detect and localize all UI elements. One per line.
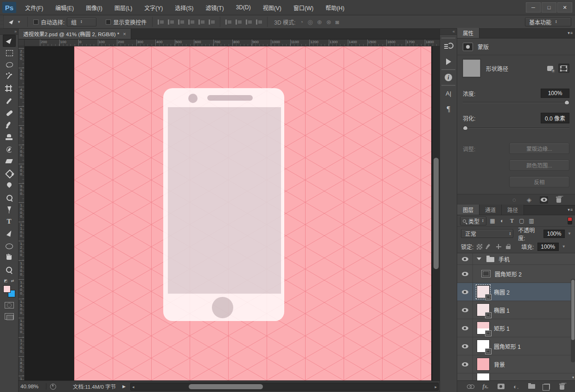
spot-healing-brush-tool[interactable] — [3, 107, 16, 119]
panel-menu-icon[interactable]: ▾≡ — [568, 31, 573, 35]
align-icon-1[interactable] — [167, 19, 174, 25]
density-slider-knob[interactable] — [564, 100, 569, 105]
lock-position-icon[interactable] — [495, 244, 502, 250]
layer-visibility-cell[interactable] — [457, 301, 473, 319]
3d-rotate-icon[interactable]: ◔ — [300, 19, 303, 26]
layer-thumbnail[interactable] — [477, 340, 490, 353]
info-panel-icon[interactable] — [443, 73, 454, 82]
layer-row-partial[interactable] — [457, 373, 575, 380]
group-expander-icon[interactable] — [477, 257, 481, 260]
align-icon-0[interactable] — [157, 19, 164, 25]
align-icon-3[interactable] — [188, 19, 195, 25]
density-slider[interactable] — [463, 100, 569, 105]
3d-drag-icon[interactable]: ⊕ — [317, 19, 322, 26]
align-icon-4[interactable] — [198, 19, 205, 25]
distribute-icon-3[interactable] — [256, 19, 262, 25]
rectangular-marquee-tool[interactable] — [3, 47, 16, 59]
lock-all-icon[interactable] — [505, 244, 511, 250]
vector-mask-thumbnail[interactable] — [481, 270, 491, 277]
menu-滤镜(T)[interactable]: 滤镜(T) — [199, 0, 230, 15]
invert-button[interactable]: 反相 — [509, 176, 569, 187]
menu-3D(D)[interactable]: 3D(D) — [230, 0, 257, 15]
document-tab[interactable]: 透视效果2.psd @ 41% (椭圆 2, RGB/8) * × — [19, 29, 131, 39]
status-flyout-arrow[interactable]: ▶ — [122, 384, 126, 389]
scroll-right-arrow[interactable]: ▸ — [434, 383, 437, 391]
menu-窗口(W)[interactable]: 窗口(W) — [288, 0, 319, 15]
visibility-eye-icon[interactable] — [462, 362, 468, 366]
mask-visibility-eye-icon[interactable] — [540, 196, 548, 204]
layer-thumbnail[interactable] — [477, 321, 490, 334]
3d-roll-icon[interactable]: ◎ — [307, 19, 313, 26]
add-layer-mask-icon[interactable] — [497, 383, 505, 390]
layer-visibility-cell[interactable] — [457, 283, 473, 301]
visibility-eye-icon[interactable] — [462, 290, 468, 294]
align-icon-2[interactable] — [178, 19, 185, 25]
layer-row-body[interactable]: 手机 — [473, 253, 575, 264]
new-adjustment-layer-icon[interactable]: ◐. — [512, 383, 520, 390]
feather-slider-knob[interactable] — [463, 126, 468, 130]
feather-value-field[interactable]: 0.0 像素 — [541, 113, 569, 123]
tab-paths[interactable]: 路径 — [502, 205, 524, 215]
layer-thumbnail[interactable] — [477, 358, 490, 371]
tab-properties[interactable]: 属性 — [457, 28, 479, 38]
layer-row-body[interactable] — [473, 373, 575, 380]
tool-preset-picker[interactable]: ▼ — [4, 18, 25, 26]
layer-thumbnail[interactable] — [477, 373, 490, 380]
color-range-button[interactable]: 颜色范围... — [509, 160, 569, 171]
distribute-icon-0[interactable] — [225, 19, 232, 25]
character-panel-icon[interactable]: A| — [443, 89, 454, 98]
layer-row-手机[interactable]: 手机 — [457, 253, 575, 265]
zoom-level-field[interactable]: 40.98% — [19, 383, 46, 390]
density-value-field[interactable]: 100% — [541, 89, 569, 98]
document-tab-close-icon[interactable]: × — [123, 31, 126, 37]
close-button[interactable]: ✕ — [557, 2, 572, 13]
filter-smart-objects-icon[interactable]: ▥ — [527, 218, 535, 224]
align-icon-5[interactable] — [208, 19, 215, 25]
layer-thumbnail[interactable] — [477, 285, 490, 298]
vertical-scrollbar-thumb[interactable] — [434, 158, 439, 269]
lasso-tool[interactable] — [3, 59, 16, 71]
new-layer-icon[interactable] — [543, 383, 551, 390]
ellipse-tool[interactable] — [3, 240, 16, 252]
layer-row-body[interactable]: 椭圆 2 — [473, 283, 575, 301]
layer-visibility-cell[interactable] — [457, 373, 473, 380]
vertical-scrollbar[interactable] — [432, 46, 440, 380]
layer-visibility-cell[interactable] — [457, 355, 473, 373]
layer-row-body[interactable]: 矩形 1 — [473, 319, 575, 337]
quick-mask-button[interactable] — [5, 302, 14, 308]
zoom-tool[interactable] — [3, 264, 16, 276]
filter-type-dropdown[interactable]: 类型 ▲▼ — [460, 217, 486, 225]
filter-pixel-layers-icon[interactable]: ▦ — [488, 218, 496, 224]
delete-layer-icon[interactable] — [558, 383, 566, 390]
workspace-switcher[interactable]: 基本功能 ▲▼ — [525, 18, 571, 26]
visibility-eye-icon[interactable] — [462, 272, 468, 276]
menu-图像(I)[interactable]: 图像(I) — [80, 0, 108, 15]
scroll-down-arrow[interactable]: ▾ — [572, 375, 574, 379]
distribute-icon-2[interactable] — [245, 19, 252, 25]
visibility-eye-icon[interactable] — [462, 257, 468, 261]
layer-list-scrollbar[interactable] — [571, 279, 575, 362]
eraser-tool[interactable] — [3, 155, 16, 167]
shape-path-thumbnail[interactable] — [463, 59, 480, 77]
paragraph-panel-icon[interactable]: ¶ — [443, 104, 454, 114]
opacity-value-field[interactable]: 100% — [543, 230, 565, 238]
pen-tool[interactable] — [3, 204, 16, 216]
horizontal-scrollbar-thumb[interactable] — [189, 384, 263, 389]
default-swap-colors[interactable]: ◩⇄ — [4, 279, 14, 283]
layer-row-椭圆 1[interactable]: 椭圆 1 — [457, 301, 575, 319]
menu-图层(L)[interactable]: 图层(L) — [109, 0, 139, 15]
options-bar-grip[interactable] — [0, 15, 4, 28]
panel-menu-icon[interactable]: ▾≡ — [568, 207, 573, 212]
menu-帮助(H)[interactable]: 帮助(H) — [319, 0, 351, 15]
feather-slider[interactable] — [463, 125, 569, 131]
vector-mask-icon[interactable] — [558, 64, 569, 73]
distribute-icon-1[interactable] — [235, 19, 242, 25]
blend-mode-dropdown[interactable]: 正常 ▲▼ — [461, 229, 513, 238]
layer-row-背景[interactable]: 背景 — [457, 355, 575, 373]
filter-toggle-switch[interactable] — [568, 217, 572, 225]
3d-slide-icon[interactable]: ⊗ — [326, 19, 331, 26]
visibility-eye-icon[interactable] — [462, 308, 468, 312]
delete-mask-icon[interactable] — [555, 196, 563, 204]
layer-row-矩形 1[interactable]: 矩形 1 — [457, 319, 575, 337]
filter-shape-layers-icon[interactable]: ▢ — [518, 218, 525, 224]
